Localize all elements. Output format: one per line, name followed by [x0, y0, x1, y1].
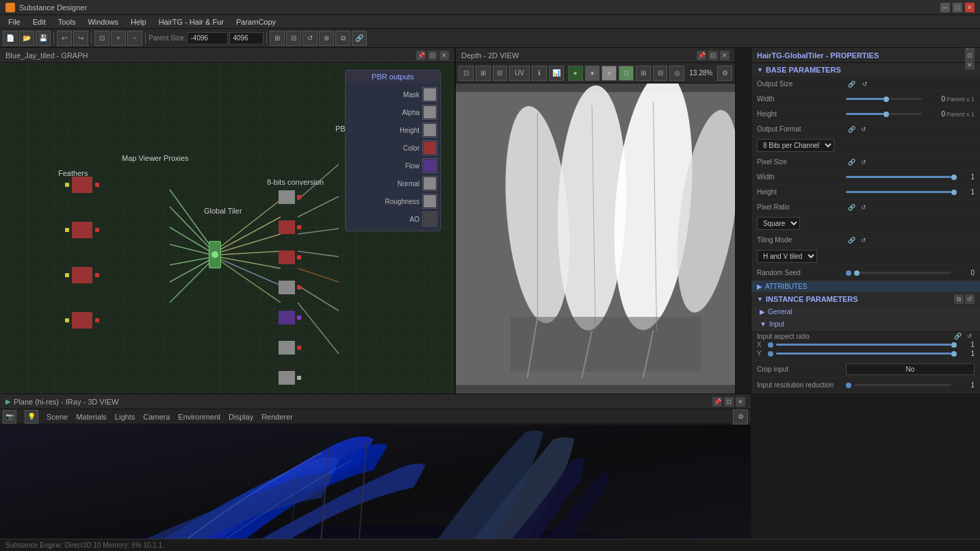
port-8b4[interactable] [297, 285, 301, 290]
parent-size-height-input[interactable] [229, 32, 263, 44]
view2d-color-btn2[interactable]: ● [585, 66, 600, 81]
parent-size-width-input[interactable] [187, 32, 228, 44]
output-height-handle[interactable] [884, 112, 889, 117]
props-close-button[interactable]: ✕ [965, 60, 975, 70]
input-aspect-btn1[interactable]: 🔗 [952, 332, 964, 340]
view2d-pin-button[interactable]: 📌 [697, 51, 706, 60]
view2d-btn3[interactable]: ⊟ [493, 66, 508, 81]
port-8b2[interactable] [297, 225, 301, 229]
view2d-grid-btn2[interactable]: ⊟ [653, 66, 668, 81]
props-pop-button[interactable]: ⊡ [965, 51, 975, 60]
new-button[interactable]: 📄 [3, 31, 18, 46]
port-f4[interactable] [65, 318, 69, 322]
output-size-reset-btn[interactable]: ↺ [860, 80, 870, 88]
input-aspect-btn2[interactable]: ↺ [965, 332, 975, 340]
view2d-btn4[interactable]: UV [509, 66, 530, 81]
output-format-select[interactable]: 8 Bits per Channel [757, 139, 834, 152]
port-8b1[interactable] [297, 195, 301, 199]
input-aspect-x-handle[interactable] [951, 342, 957, 348]
menu-windows[interactable]: Windows [82, 16, 124, 27]
view2d-color-btn3[interactable]: ● [602, 66, 617, 81]
input-aspect-y-handle[interactable] [951, 351, 957, 357]
view2d-grid-btn[interactable]: ⊞ [636, 66, 651, 81]
undo-button[interactable]: ↩ [57, 31, 72, 46]
menu-renderer[interactable]: Renderer [261, 413, 293, 421]
menu-materials[interactable]: Materials [76, 413, 107, 421]
menu-edit[interactable]: Edit [27, 16, 51, 27]
view2d-settings-btn[interactable]: ⚙ [717, 66, 732, 81]
toolbar-btn-extra5[interactable]: ⧉ [335, 31, 350, 46]
global-tiler-node[interactable] [209, 241, 221, 268]
port-f2-out[interactable] [95, 228, 99, 232]
tiling-mode-btn1[interactable]: 🔗 [846, 236, 858, 244]
save-button[interactable]: 💾 [36, 31, 51, 46]
graph-pop-button[interactable]: ⊡ [428, 51, 437, 60]
output-width-track[interactable] [846, 98, 922, 100]
toolbar-btn-extra3[interactable]: ↺ [302, 31, 318, 46]
maximize-button[interactable]: □ [953, 3, 962, 12]
port-8b6[interactable] [297, 346, 301, 350]
port-8b3[interactable] [297, 255, 301, 259]
menu-environment[interactable]: Environment [178, 413, 220, 421]
tiling-mode-btn2[interactable]: ↺ [859, 236, 868, 244]
redo-button[interactable]: ↪ [73, 31, 88, 46]
port-f1-out[interactable] [95, 183, 99, 187]
toolbar-btn-extra1[interactable]: ⊞ [270, 31, 285, 46]
view2d-color-btn4[interactable]: ⊡ [619, 66, 634, 81]
pixel-size-btn2[interactable]: ↺ [859, 158, 868, 166]
view2d-pop-button[interactable]: ⊡ [708, 51, 718, 60]
menu-scene[interactable]: Scene [47, 413, 68, 421]
instance-params-btn1[interactable]: ⧉ [954, 294, 964, 304]
view3d-close-button[interactable]: ✕ [736, 397, 745, 407]
view2d-close-button[interactable]: ✕ [720, 51, 730, 60]
tiling-mode-select[interactable]: H and V tiled [757, 250, 817, 263]
view2d-zoom-btn[interactable]: ◎ [669, 66, 684, 81]
graph-canvas[interactable]: Feathers Map Viewer Proxies 8-bits conve… [0, 63, 454, 394]
input-aspect-y-track[interactable] [776, 353, 951, 355]
base-parameters-header[interactable]: ▼ BASE PARAMETERS [751, 63, 980, 77]
port-f3-out[interactable] [95, 273, 99, 277]
pixel-ratio-btn2[interactable]: ↺ [859, 203, 868, 212]
toolbar-btn-extra2[interactable]: ⊟ [286, 31, 301, 46]
view3d-pin-button[interactable]: 📌 [712, 397, 722, 407]
toolbar-btn-extra4[interactable]: ⊕ [319, 31, 334, 46]
random-seed-track[interactable] [854, 272, 951, 274]
pixel-ratio-btn1[interactable]: 🔗 [846, 203, 858, 212]
port-f1[interactable] [65, 183, 69, 187]
input-res-track[interactable] [854, 384, 951, 386]
view3d-settings-btn[interactable]: ⚙ [733, 409, 748, 424]
port-8b5[interactable] [297, 316, 301, 320]
view2d-btn5[interactable]: ℹ [532, 66, 547, 81]
output-format-btn2[interactable]: ↺ [859, 125, 868, 133]
output-format-btn1[interactable]: 🔗 [846, 125, 858, 133]
view2d-btn6[interactable]: 📊 [549, 66, 564, 81]
view2d-canvas[interactable] [456, 84, 735, 394]
open-button[interactable]: 📂 [19, 31, 34, 46]
pixel-ratio-select[interactable]: Square [757, 217, 800, 230]
close-button[interactable]: ✕ [965, 3, 975, 12]
view3d-canvas[interactable]: Iterations: 40/40 Time: 1s/1mUs Photorea… [0, 424, 751, 551]
pixel-size-btn1[interactable]: 🔗 [846, 158, 858, 166]
instance-params-btn2[interactable]: ↺ [965, 294, 975, 304]
view3d-light-btn[interactable]: 💡 [25, 410, 38, 424]
minimize-button[interactable]: ─ [940, 3, 950, 12]
general-subsection[interactable]: ▶ General [751, 306, 980, 318]
port-f4-out[interactable] [95, 318, 99, 322]
port-f3[interactable] [65, 273, 69, 277]
view2d-btn1[interactable]: ⊡ [459, 66, 474, 81]
graph-pin-button[interactable]: 📌 [416, 51, 426, 60]
output-width-handle[interactable] [884, 97, 889, 102]
pixel-height-handle[interactable] [951, 190, 957, 195]
zoom-in-button[interactable]: + [111, 31, 126, 46]
view2d-btn2[interactable]: ⊞ [476, 66, 491, 81]
menu-camera[interactable]: Camera [143, 413, 170, 421]
input-subsection[interactable]: ▼ Input [751, 318, 980, 331]
view3d-pop-button[interactable]: ⊡ [724, 397, 734, 407]
crop-input-value[interactable]: No [846, 363, 975, 375]
zoom-fit-button[interactable]: ⊡ [94, 31, 109, 46]
pixel-width-handle[interactable] [951, 175, 957, 180]
input-aspect-x-track[interactable] [776, 344, 951, 346]
menu-help[interactable]: Help [125, 16, 152, 27]
instance-params-header[interactable]: ▼ INSTANCE PARAMETERS ⧉ ↺ [751, 292, 980, 306]
view3d-camera-btn[interactable]: 📷 [3, 410, 16, 424]
